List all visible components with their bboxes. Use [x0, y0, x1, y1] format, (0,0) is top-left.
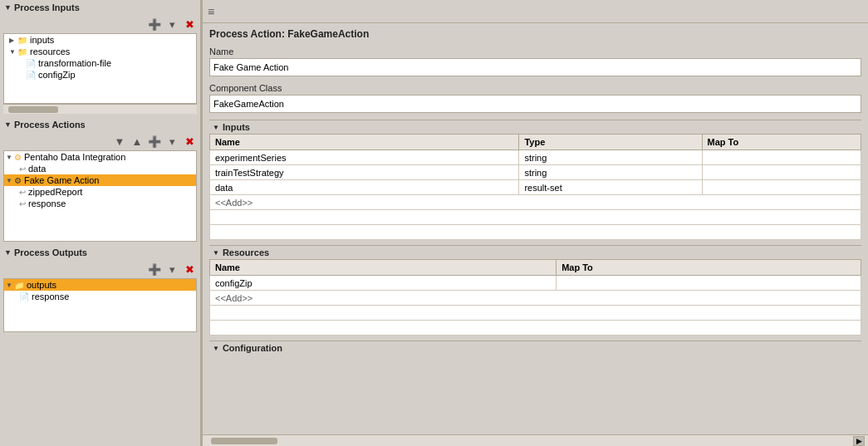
table-row[interactable]: configZip	[210, 276, 861, 291]
action-folder-icon-fakegame: ⚙	[14, 176, 22, 185]
right-panel-hscrollbar[interactable]: ▶	[203, 434, 868, 446]
resources-table: Name Map To configZip <<Add>>	[209, 259, 861, 336]
inputs-row3-type: result-set	[519, 180, 702, 195]
process-outputs-toolbar: ➕ ▾ ✖	[0, 260, 200, 278]
table-row[interactable]: trainTestStrategy string	[210, 165, 861, 180]
inputs-row2-mapto	[702, 165, 861, 180]
inputs-row3-name: data	[210, 180, 519, 195]
inputs-empty-row2	[210, 225, 861, 240]
remove-output-button[interactable]: ✖	[182, 262, 197, 277]
resources-col-mapto: Map To	[557, 260, 861, 276]
tree-item-label: Fake Game Action	[24, 175, 100, 185]
action-dropdown-button[interactable]: ▾	[164, 134, 179, 149]
expand-arrow-fakegame: ▼	[6, 177, 12, 184]
file-icon-transformation: 📄	[26, 59, 36, 68]
inputs-table: Name Type Map To experimentSeries string…	[209, 134, 861, 240]
tree-item-inputs[interactable]: ▶ 📁 inputs	[4, 34, 196, 46]
process-outputs-toggle: ▼	[4, 248, 12, 257]
inputs-col-name: Name	[210, 135, 519, 150]
expand-arrow-pentaho: ▼	[6, 154, 12, 161]
tree-item-outputs[interactable]: ▼ 📁 outputs	[4, 279, 196, 291]
name-input[interactable]	[209, 58, 861, 76]
process-actions-tree: ▼ ⚙ Pentaho Data Integration ↩ data ▼ ⚙ …	[3, 150, 197, 242]
resources-row1-mapto	[557, 276, 861, 291]
tree-item-configzip[interactable]: 📄 configZip	[4, 69, 196, 81]
expand-arrow-inputs: ▶	[9, 37, 16, 44]
add-action-button[interactable]: ➕	[147, 134, 162, 149]
component-class-label: Component Class	[209, 83, 861, 93]
list-view-icon[interactable]: ≡	[208, 5, 214, 18]
inputs-tree-hscrollbar[interactable]	[3, 104, 197, 114]
tree-item-fake-game-action[interactable]: ▼ ⚙ Fake Game Action	[4, 174, 196, 186]
right-content: Process Action: FakeGameAction Name Comp…	[203, 23, 868, 434]
resources-row1-name: configZip	[210, 276, 557, 291]
process-inputs-tree: ▶ 📁 inputs ▼ 📁 resources 📄 transformatio…	[3, 33, 197, 104]
configuration-section-header[interactable]: ▼ Configuration	[209, 341, 861, 355]
inputs-col-mapto: Map To	[702, 135, 861, 150]
tree-item-label: zippedReport	[28, 187, 82, 197]
input-dropdown-button[interactable]: ▾	[164, 17, 179, 32]
right-toolbar: ≡	[203, 0, 868, 23]
file-icon-response: 📄	[19, 292, 29, 301]
add-input-button[interactable]: ➕	[147, 17, 162, 32]
process-actions-toggle: ▼	[4, 120, 12, 129]
inputs-add-label: <<Add>>	[210, 195, 861, 210]
tree-item-label: Pentaho Data Integration	[24, 152, 125, 162]
move-down-button[interactable]: ▼	[112, 134, 127, 149]
scroll-right-button[interactable]: ▶	[853, 436, 865, 446]
folder-icon-inputs: 📁	[17, 36, 27, 45]
process-inputs-toolbar: ➕ ▾ ✖	[0, 15, 200, 33]
inputs-add-row[interactable]: <<Add>>	[210, 195, 861, 210]
inputs-row2-name: trainTestStrategy	[210, 165, 519, 180]
remove-input-button[interactable]: ✖	[182, 17, 197, 32]
tree-item-data[interactable]: ↩ data	[4, 163, 196, 174]
folder-icon-outputs: 📁	[14, 281, 24, 290]
process-outputs-label: Process Outputs	[14, 248, 196, 257]
right-panel: ≡ Process Action: FakeGameAction Name Co…	[203, 0, 868, 446]
arrow-icon-response: ↩	[19, 199, 26, 208]
process-actions-header[interactable]: ▼ Process Actions	[0, 117, 200, 132]
tree-item-zippedreport[interactable]: ↩ zippedReport	[4, 186, 196, 198]
arrow-icon-data: ↩	[19, 164, 26, 174]
arrow-icon-zippedreport: ↩	[19, 188, 26, 197]
add-output-button[interactable]: ➕	[147, 262, 162, 277]
tree-item-label: inputs	[30, 35, 54, 45]
process-outputs-header[interactable]: ▼ Process Outputs	[0, 245, 200, 260]
table-row[interactable]: experimentSeries string	[210, 150, 861, 165]
tree-item-label: data	[28, 164, 46, 174]
process-outputs-tree: ▼ 📁 outputs 📄 response	[3, 278, 197, 332]
tree-item-response[interactable]: ↩ response	[4, 198, 196, 209]
resources-empty-row1	[210, 306, 861, 321]
inputs-row1-type: string	[519, 150, 702, 165]
tree-item-label: resources	[30, 47, 70, 56]
table-row[interactable]: data result-set	[210, 180, 861, 195]
name-field-group: Name	[209, 47, 861, 76]
component-class-input[interactable]	[209, 95, 861, 113]
inputs-empty-row1	[210, 210, 861, 225]
tree-item-transformation-file[interactable]: 📄 transformation-file	[4, 57, 196, 69]
resources-add-row[interactable]: <<Add>>	[210, 291, 861, 306]
resources-empty-row2	[210, 321, 861, 336]
output-dropdown-button[interactable]: ▾	[164, 262, 179, 277]
resources-section-header[interactable]: ▼ Resources	[209, 245, 861, 259]
process-inputs-label: Process Inputs	[14, 2, 196, 12]
tree-item-resources[interactable]: ▼ 📁 resources	[4, 46, 196, 57]
inputs-row3-mapto	[702, 180, 861, 195]
configuration-section-toggle: ▼	[213, 345, 219, 352]
file-icon-configzip: 📄	[26, 71, 36, 80]
remove-action-button[interactable]: ✖	[182, 134, 197, 149]
resources-section-label: Resources	[223, 248, 269, 257]
inputs-section-header[interactable]: ▼ Inputs	[209, 120, 861, 134]
inputs-section-label: Inputs	[223, 122, 250, 132]
action-folder-icon-pentaho: ⚙	[14, 153, 22, 162]
resources-section-toggle: ▼	[213, 249, 219, 257]
move-up-button[interactable]: ▲	[130, 134, 145, 149]
tree-item-pentaho[interactable]: ▼ ⚙ Pentaho Data Integration	[4, 151, 196, 163]
inputs-row1-name: experimentSeries	[210, 150, 519, 165]
tree-item-label: response	[28, 198, 66, 208]
process-inputs-header[interactable]: ▼ Process Inputs	[0, 0, 200, 15]
inputs-row1-mapto	[702, 150, 861, 165]
inputs-section: ▼ Inputs Name Type Map To experimentSeri…	[209, 120, 861, 240]
component-class-field-group: Component Class	[209, 83, 861, 113]
tree-item-response-out[interactable]: 📄 response	[4, 291, 196, 302]
